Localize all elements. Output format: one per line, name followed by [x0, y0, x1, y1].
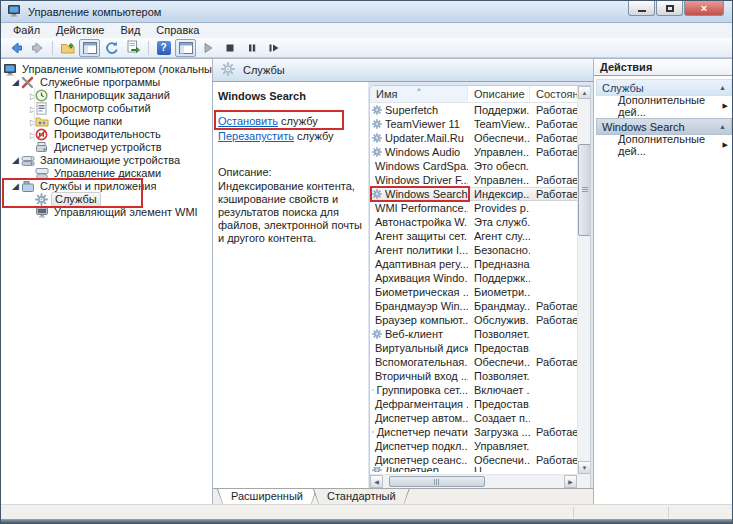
restart-service-button[interactable] [263, 39, 284, 57]
vertical-scroll-thumb[interactable] [578, 144, 591, 236]
service-row[interactable]: Диспетчер подкл...Управляет... [370, 439, 577, 453]
service-row[interactable]: Вторичный вход ...Позволяет... [370, 369, 577, 383]
back-button[interactable] [5, 39, 26, 57]
service-row[interactable]: Вспомогательная...Обеспечи...Работает [370, 355, 577, 369]
scroll-down-button[interactable]: ▼ [578, 461, 591, 474]
toolbar-separator [52, 41, 53, 55]
service-name-cell: Дефрагментация ... [370, 398, 468, 410]
tab-extended[interactable]: Расширенный [217, 489, 317, 505]
tree-expanded-arrow-icon[interactable]: ◢ [10, 76, 21, 89]
service-name: Автонастройка W... [375, 216, 468, 228]
more-actions-item[interactable]: Дополнительные дей...▶ [594, 135, 733, 154]
help-button[interactable]: ? [153, 39, 174, 57]
service-name-cell: Диспетчер подкл... [370, 440, 468, 452]
show-console-tree-button[interactable] [79, 39, 100, 57]
tree-item-9[interactable]: ◢Службы и приложения [1, 180, 212, 193]
stop-service-link[interactable]: Остановить [218, 115, 278, 127]
column-header-name[interactable]: ▲ Имя [370, 86, 468, 102]
disk-management-icon [35, 167, 51, 180]
more-actions-item[interactable]: Дополнительные дей...▶ [594, 96, 733, 115]
services-panel-title: Службы [243, 64, 285, 76]
service-name-cell: Виртуальный диск [370, 342, 468, 354]
service-row[interactable]: ДиспетчерП [370, 467, 577, 472]
service-row[interactable]: TeamViewer 11TeamView...Работает [370, 117, 577, 131]
service-row[interactable]: Дефрагментация ...Предостав... [370, 397, 577, 411]
scroll-left-button[interactable]: ◀ [370, 475, 383, 488]
service-state: Работает [530, 426, 577, 438]
service-gear-icon [372, 119, 382, 129]
forward-button[interactable] [27, 39, 48, 57]
services-apps-icon [21, 180, 37, 193]
up-one-level-button[interactable] [57, 39, 78, 57]
pause-service-button[interactable] [241, 39, 262, 57]
section-collapse-caret-icon[interactable]: ▲ [719, 123, 726, 130]
list-column-headers: ▲ Имя Описание Состояние [370, 86, 577, 103]
service-name: WMI Performance... [375, 202, 468, 214]
service-row[interactable]: Агент защиты сет...Агент слу... [370, 229, 577, 243]
menu-item-action[interactable]: Действие [48, 23, 112, 38]
horizontal-scrollbar[interactable]: ◀ ▶ [370, 474, 577, 488]
scroll-up-button[interactable]: ▲ [578, 86, 591, 99]
close-button[interactable]: × [684, 1, 724, 16]
service-row[interactable]: Брандмауэр Win...Брандмау...Работает [370, 299, 577, 313]
service-row[interactable]: Windows AudioУправлен...Работает [370, 145, 577, 159]
minimize-button[interactable] [628, 1, 655, 16]
service-row[interactable]: Windows SearchИндексир...Работает [370, 187, 577, 201]
scroll-grip-icon [434, 479, 440, 485]
service-row[interactable]: Автонастройка W...Эта служб... [370, 215, 577, 229]
menu-item-view[interactable]: Вид [112, 23, 148, 38]
service-row[interactable]: Диспетчер сеанс...Обеспечи...Работает [370, 453, 577, 467]
service-row[interactable]: Биометрическая ...Биометри... [370, 285, 577, 299]
tree-expanded-arrow-icon[interactable]: ◢ [10, 180, 21, 193]
show-action-pane-button[interactable] [175, 39, 196, 57]
stop-service-button[interactable] [219, 39, 240, 57]
service-row[interactable]: Архивация Windo...Поддержк... [370, 271, 577, 285]
restart-service-link[interactable]: Перезапустить [218, 130, 294, 142]
wmi-icon [35, 206, 49, 219]
service-row[interactable]: SuperfetchПоддержи...Работает [370, 103, 577, 117]
tree-item-8[interactable]: Управление дисками [1, 167, 212, 180]
column-header-description[interactable]: Описание [468, 86, 530, 102]
service-row[interactable]: Группировка сет...Включает ... [370, 383, 577, 397]
computer-management-window: Управление компьютером × ФайлДействиеВид… [0, 0, 733, 524]
column-header-state[interactable]: Состояние [530, 86, 577, 102]
service-description: Управлен... [468, 146, 530, 158]
tree-collapsed-arrow-icon[interactable]: ▷ [24, 127, 35, 142]
service-gear-icon [372, 329, 382, 339]
service-row[interactable]: Updater.Mail.RuОбеспечи...Работает [370, 131, 577, 145]
service-row[interactable]: Браузер компьют...Обслужив...Работает [370, 313, 577, 327]
menu-item-file[interactable]: Файл [5, 23, 48, 38]
horizontal-scroll-thumb[interactable] [389, 476, 485, 487]
scheduler-icon [35, 89, 51, 102]
service-row[interactable]: Адаптивная регу...Предназна... [370, 257, 577, 271]
tab-standard[interactable]: Стандартный [313, 489, 410, 505]
tree-item-6[interactable]: Диспетчер устройств [1, 141, 212, 154]
refresh-icon [104, 40, 119, 55]
service-row[interactable]: Windows Driver F...Управлен...Работает [370, 173, 577, 187]
tree-item-7[interactable]: ◢Запоминающие устройства [1, 154, 212, 167]
service-row[interactable]: WMI Performance...Provides p... [370, 201, 577, 215]
maximize-button[interactable] [656, 1, 683, 16]
service-name-cell: Windows Driver F... [370, 174, 468, 186]
service-row[interactable]: Агент политики I...Безопасно... [370, 243, 577, 257]
service-row[interactable]: Windows CardSpa...Это обесп... [370, 159, 577, 173]
tree-item-0[interactable]: Управление компьютером (локальным) [1, 63, 212, 76]
actions-section-title: Windows Search [602, 121, 685, 133]
menu-item-help[interactable]: Справка [148, 23, 207, 38]
service-row[interactable]: Виртуальный дискПредостав... [370, 341, 577, 355]
start-service-button[interactable] [197, 39, 218, 57]
window-bottom-frame [1, 519, 732, 523]
tree-expanded-arrow-icon[interactable]: ◢ [10, 154, 21, 167]
tree-item-11[interactable]: Управляющий элемент WMI [1, 206, 212, 219]
tree-item-5[interactable]: ▷Производительность [1, 128, 212, 141]
restart-service-suffix: службу [294, 130, 334, 142]
refresh-button[interactable] [101, 39, 122, 57]
export-list-button[interactable] [123, 39, 144, 57]
service-row[interactable]: Диспетчер автом...Создает п... [370, 411, 577, 425]
vertical-scrollbar[interactable]: ▲ ▼ [577, 86, 590, 474]
scroll-right-button[interactable]: ▶ [564, 475, 577, 488]
section-collapse-caret-icon[interactable]: ▲ [719, 84, 726, 91]
tree-item-10[interactable]: Службы [1, 193, 212, 206]
service-row[interactable]: Диспетчер печатиЗагрузка ...Работает [370, 425, 577, 439]
service-row[interactable]: Веб-клиентПозволяет... [370, 327, 577, 341]
